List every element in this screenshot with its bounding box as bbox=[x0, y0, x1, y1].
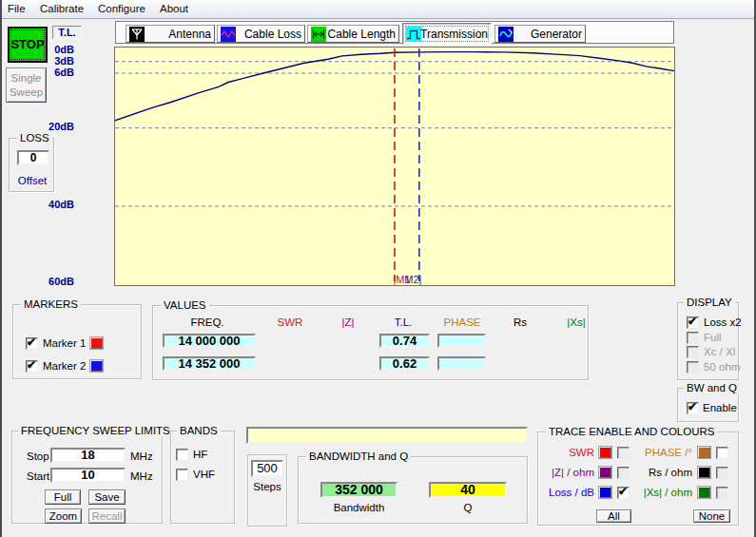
bw-q-group: BW and Q Enable bbox=[677, 388, 739, 422]
tab-cable-length-label: Cable Length bbox=[328, 28, 396, 41]
marker1-phase-field[interactable] bbox=[437, 334, 486, 348]
loss-trace-label: Loss / dB bbox=[543, 487, 594, 499]
menu-file[interactable]: File bbox=[8, 3, 26, 14]
values-group-caption: VALUES bbox=[161, 298, 209, 312]
q-field: 40 bbox=[429, 482, 507, 498]
bandwidth-label: Bandwidth bbox=[320, 502, 397, 514]
phase-color-swatch[interactable] bbox=[698, 447, 710, 458]
values-group: VALUES FREQ. SWR |Z| T.L. PHASE Rs |Xs| … bbox=[152, 305, 589, 380]
rs-trace-checkbox[interactable] bbox=[716, 467, 728, 479]
db-label-40: 40dB bbox=[38, 200, 74, 210]
tab-antenna-label: Antenna bbox=[168, 28, 211, 41]
none-button[interactable]: None bbox=[693, 509, 730, 523]
bandwidth-q-group: BANDWIDTH and Q 352 000 Bandwidth 40 Q bbox=[298, 456, 528, 524]
marker2-label: Marker 2 bbox=[43, 360, 86, 373]
db-label-0: 0dB bbox=[38, 45, 74, 55]
bwq-enable-checkbox[interactable] bbox=[687, 402, 699, 414]
stop-freq-field[interactable]: 18 bbox=[50, 448, 126, 463]
z-trace-label: |Z| / ohm bbox=[543, 467, 594, 479]
trace-group: TRACE ENABLE AND COLOURS SWR PHASE /° |Z… bbox=[537, 432, 739, 526]
menu-configure[interactable]: Configure bbox=[98, 3, 145, 14]
loss-color-swatch[interactable] bbox=[599, 487, 611, 498]
marker1-checkbox[interactable] bbox=[26, 337, 38, 350]
bands-group: BANDS HF VHF bbox=[170, 431, 235, 524]
swr-color-swatch[interactable] bbox=[599, 447, 611, 458]
marker1-freq-field[interactable]: 14 000 000 bbox=[163, 334, 256, 348]
antenna-icon bbox=[129, 27, 145, 42]
tab-transmission[interactable]: Transmission bbox=[402, 23, 492, 45]
menu-bar: File Calibrate Configure About bbox=[0, 0, 756, 19]
zoom-button[interactable]: Zoom bbox=[45, 508, 82, 524]
steps-label: Steps bbox=[248, 481, 286, 493]
vhf-checkbox[interactable] bbox=[176, 469, 188, 481]
display-group: DISPLAY Loss x2 Full Xc / Xl 50 ohm bbox=[677, 302, 739, 380]
steps-panel: 500 Steps bbox=[247, 454, 287, 527]
phase-trace-checkbox[interactable] bbox=[716, 447, 728, 459]
xs-trace-checkbox[interactable] bbox=[716, 487, 728, 499]
tab-transmission-label: Transmission bbox=[420, 28, 488, 41]
50ohm-checkbox[interactable] bbox=[687, 361, 699, 374]
lossx2-checkbox[interactable] bbox=[687, 316, 699, 329]
sweep-limits-group: FREQUENCY SWEEP LIMITS Stop 18 MHz Start… bbox=[11, 431, 163, 524]
mode-toolbar: Antenna Cable Loss Cable Length Transmis… bbox=[115, 21, 674, 44]
rs-color-swatch[interactable] bbox=[698, 467, 710, 478]
bands-group-caption: BANDS bbox=[177, 424, 221, 437]
steps-field[interactable]: 500 bbox=[251, 460, 283, 477]
loss-group-caption: LOSS bbox=[17, 131, 52, 144]
all-button[interactable]: All bbox=[596, 509, 631, 523]
hf-label: HF bbox=[193, 449, 207, 461]
bw-q-group-caption: BW and Q bbox=[684, 381, 740, 394]
rs-trace-label: Rs / ohm bbox=[629, 467, 692, 479]
q-label: Q bbox=[429, 502, 507, 514]
save-button[interactable]: Save bbox=[88, 489, 126, 505]
app-window: File Calibrate Configure About STOP T.L.… bbox=[0, 0, 756, 537]
50ohm-label: 50 ohm bbox=[704, 361, 740, 374]
tab-antenna[interactable]: Antenna bbox=[126, 25, 215, 43]
offset-label[interactable]: Offset bbox=[10, 175, 55, 187]
col-header-freq: FREQ. bbox=[169, 316, 245, 328]
lossx2-label: Loss x2 bbox=[704, 316, 742, 329]
display-group-caption: DISPLAY bbox=[684, 296, 735, 309]
db-label-3: 3dB bbox=[38, 56, 74, 67]
sweep-limits-caption: FREQUENCY SWEEP LIMITS bbox=[18, 424, 173, 437]
menu-about[interactable]: About bbox=[160, 3, 188, 14]
tab-cable-loss[interactable]: Cable Loss bbox=[217, 25, 305, 43]
trace-group-caption: TRACE ENABLE AND COLOURS bbox=[546, 425, 717, 438]
marker1-color-swatch[interactable] bbox=[90, 337, 103, 349]
message-bar[interactable] bbox=[246, 427, 528, 444]
marker2-color-swatch[interactable] bbox=[90, 360, 103, 372]
single-sweep-button[interactable]: Single Sweep bbox=[6, 67, 47, 103]
marker2-phase-field[interactable] bbox=[437, 356, 486, 371]
tab-cable-length[interactable]: Cable Length bbox=[307, 25, 399, 43]
swr-trace-label: SWR bbox=[543, 447, 594, 459]
recall-button[interactable]: Recall bbox=[88, 508, 126, 524]
marker1-tl-field[interactable]: 0.74 bbox=[379, 334, 430, 348]
sweep-chart: |M1M2| bbox=[114, 47, 675, 286]
stop-unit-label: MHz bbox=[130, 451, 153, 463]
markers-group: MARKERS Marker 1 Marker 2 bbox=[12, 304, 142, 379]
cable-length-icon bbox=[311, 27, 326, 42]
full-button[interactable]: Full bbox=[45, 489, 81, 505]
tab-generator-label: Generator bbox=[531, 28, 582, 41]
window-border-left bbox=[0, 0, 2, 537]
xcxl-checkbox[interactable] bbox=[687, 346, 699, 358]
bandwidth-q-caption: BANDWIDTH and Q bbox=[306, 450, 411, 463]
bwq-enable-label: Enable bbox=[703, 402, 737, 414]
hf-checkbox[interactable] bbox=[176, 449, 188, 461]
marker2-checkbox[interactable] bbox=[26, 360, 38, 373]
xs-color-swatch[interactable] bbox=[698, 487, 710, 498]
xcxl-label: Xc / Xl bbox=[704, 346, 735, 358]
markers-group-caption: MARKERS bbox=[21, 297, 81, 311]
menu-calibrate[interactable]: Calibrate bbox=[40, 3, 84, 14]
tab-generator[interactable]: Generator bbox=[494, 25, 586, 43]
db-label-60: 60dB bbox=[38, 277, 74, 287]
marker2-freq-field[interactable]: 14 352 000 bbox=[163, 356, 256, 371]
loss-offset-field[interactable]: 0 bbox=[17, 150, 49, 165]
marker-label-m2: M2| bbox=[404, 274, 421, 285]
vhf-label: VHF bbox=[193, 469, 215, 481]
marker2-tl-field[interactable]: 0.62 bbox=[379, 356, 430, 371]
z-color-swatch[interactable] bbox=[599, 467, 611, 478]
transmission-icon bbox=[406, 27, 421, 42]
start-freq-field[interactable]: 10 bbox=[50, 468, 126, 483]
full-checkbox[interactable] bbox=[687, 332, 699, 344]
